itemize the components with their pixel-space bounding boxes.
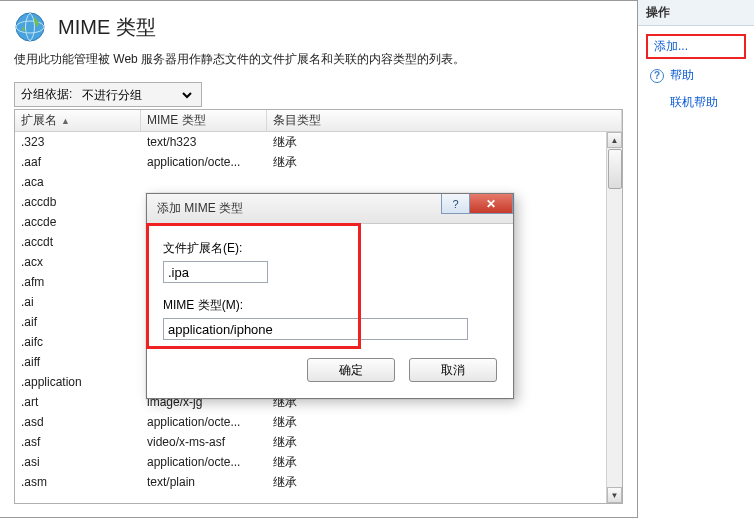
cell-ext: .aifc xyxy=(15,335,141,349)
group-by-label: 分组依据: xyxy=(21,86,72,103)
dialog-close-button[interactable]: ✕ xyxy=(469,194,513,214)
dialog-body: 文件扩展名(E): MIME 类型(M): xyxy=(147,224,513,350)
scroll-up-button[interactable]: ▲ xyxy=(607,132,622,148)
table-row[interactable]: .323text/h323继承 xyxy=(15,132,622,152)
dialog-help-button[interactable]: ? xyxy=(441,194,469,214)
dialog-buttons: 确定 取消 xyxy=(147,350,513,398)
col-header-mime[interactable]: MIME 类型 xyxy=(141,110,267,131)
close-icon: ✕ xyxy=(486,197,496,211)
svg-point-0 xyxy=(16,13,44,41)
cell-mime: application/octe... xyxy=(141,155,267,169)
sort-asc-icon: ▲ xyxy=(61,116,70,126)
table-row[interactable]: .asfvideo/x-ms-asf继承 xyxy=(15,432,622,452)
mime-label: MIME 类型(M): xyxy=(163,297,497,314)
help-icon: ? xyxy=(650,69,664,83)
cell-entry: 继承 xyxy=(267,454,622,471)
ext-label: 文件扩展名(E): xyxy=(163,240,497,257)
cell-ext: .asi xyxy=(15,455,141,469)
cell-entry: 继承 xyxy=(267,414,622,431)
table-row[interactable]: .aca xyxy=(15,172,622,192)
cell-ext: .ai xyxy=(15,295,141,309)
cell-ext: .aaf xyxy=(15,155,141,169)
cell-ext: .acx xyxy=(15,255,141,269)
cell-ext: .art xyxy=(15,395,141,409)
dialog-titlebar[interactable]: 添加 MIME 类型 ? ✕ xyxy=(147,194,513,224)
cell-ext: .accdt xyxy=(15,235,141,249)
ok-button[interactable]: 确定 xyxy=(307,358,395,382)
cell-ext: .afm xyxy=(15,275,141,289)
col-header-entry[interactable]: 条目类型 xyxy=(267,110,622,131)
cell-ext: .aiff xyxy=(15,355,141,369)
action-online-help[interactable]: 联机帮助 xyxy=(666,92,746,113)
dialog-title-buttons: ? ✕ xyxy=(441,194,513,214)
action-add[interactable]: 添加... xyxy=(646,34,746,59)
actions-header: 操作 xyxy=(638,0,754,26)
cell-ext: .application xyxy=(15,375,141,389)
dialog-title: 添加 MIME 类型 xyxy=(157,200,243,217)
mime-input[interactable] xyxy=(163,318,468,340)
cell-mime: video/x-ms-asf xyxy=(141,435,267,449)
col-header-extension[interactable]: 扩展名 ▲ xyxy=(15,110,141,131)
scroll-down-button[interactable]: ▼ xyxy=(607,487,622,503)
cell-mime: application/octe... xyxy=(141,415,267,429)
cell-mime: text/h323 xyxy=(141,135,267,149)
cell-ext: .accdb xyxy=(15,195,141,209)
table-row[interactable]: .asiapplication/octe...继承 xyxy=(15,452,622,472)
ext-input[interactable] xyxy=(163,261,268,283)
cell-ext: .asm xyxy=(15,475,141,489)
cell-entry: 继承 xyxy=(267,434,622,451)
table-row[interactable]: .asmtext/plain继承 xyxy=(15,472,622,492)
cell-ext: .accde xyxy=(15,215,141,229)
cell-mime: application/octe... xyxy=(141,455,267,469)
cell-ext: .asd xyxy=(15,415,141,429)
page-title: MIME 类型 xyxy=(58,14,156,41)
scroll-thumb[interactable] xyxy=(608,149,622,189)
table-row[interactable]: .aafapplication/octe...继承 xyxy=(15,152,622,172)
cell-mime: text/plain xyxy=(141,475,267,489)
page-description: 使用此功能管理被 Web 服务器用作静态文件的文件扩展名和关联的内容类型的列表。 xyxy=(14,51,623,68)
cell-ext: .asf xyxy=(15,435,141,449)
table-row[interactable]: .asdapplication/octe...继承 xyxy=(15,412,622,432)
vertical-scrollbar[interactable]: ▲ ▼ xyxy=(606,132,622,503)
cell-entry: 继承 xyxy=(267,474,622,491)
cell-ext: .aif xyxy=(15,315,141,329)
grid-header: 扩展名 ▲ MIME 类型 条目类型 xyxy=(15,110,622,132)
cell-entry: 继承 xyxy=(267,154,622,171)
cell-entry: 继承 xyxy=(267,134,622,151)
cancel-button[interactable]: 取消 xyxy=(409,358,497,382)
actions-pane: 操作 添加... ? 帮助 联机帮助 xyxy=(638,0,754,518)
add-mime-dialog: 添加 MIME 类型 ? ✕ 文件扩展名(E): MIME 类型(M): 确定 … xyxy=(146,193,514,399)
header: MIME 类型 xyxy=(14,11,623,43)
cell-ext: .323 xyxy=(15,135,141,149)
group-by-bar: 分组依据: 不进行分组 xyxy=(14,82,202,107)
group-by-select[interactable]: 不进行分组 xyxy=(78,87,195,103)
globe-icon xyxy=(14,11,46,43)
action-help[interactable]: ? 帮助 xyxy=(646,65,746,86)
cell-ext: .aca xyxy=(15,175,141,189)
actions-body: 添加... ? 帮助 联机帮助 xyxy=(638,26,754,121)
